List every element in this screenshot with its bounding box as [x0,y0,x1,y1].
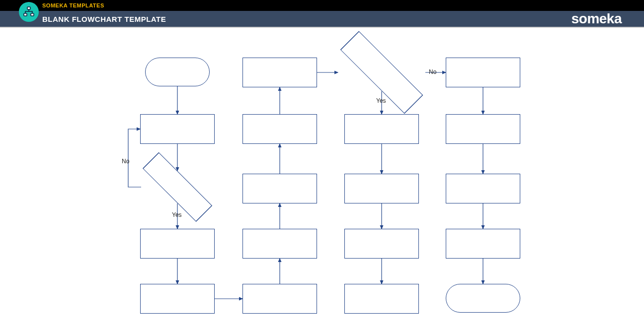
node-process-B3[interactable] [242,174,317,203]
edge-label-no-top: No [429,68,436,75]
node-process-B2[interactable] [242,114,317,144]
page-title: BLANK FLOWCHART TEMPLATE [42,15,166,23]
edge-label-yes-top: Yes [376,97,386,104]
node-process-C3[interactable] [344,174,419,203]
edge-label-no-left: No [122,158,129,165]
flowchart-canvas: No Yes No Yes [0,28,644,330]
connectors [0,28,644,330]
node-process-A2[interactable] [140,114,215,144]
node-terminator-D5[interactable] [446,284,520,313]
brand-logo [19,2,39,22]
node-process-D1[interactable] [446,58,520,87]
node-process-A5[interactable] [140,284,215,314]
node-process-C5[interactable] [344,284,419,314]
node-process-A4[interactable] [140,229,215,259]
node-process-D2[interactable] [446,114,520,144]
title-bar: BLANK FLOWCHART TEMPLATE someka [0,11,644,28]
node-terminator-A1[interactable] [145,58,210,86]
node-process-C4[interactable] [344,229,419,259]
node-process-C2[interactable] [344,114,419,144]
svg-rect-2 [31,13,34,16]
node-process-B5[interactable] [242,284,317,314]
node-decision-A3[interactable] [140,171,215,203]
category-bar: SOMEKA TEMPLATES [0,0,644,11]
node-decision-C1[interactable] [337,54,426,91]
node-process-B1[interactable] [242,58,317,87]
node-process-B4[interactable] [242,229,317,259]
node-process-D3[interactable] [446,174,520,203]
node-process-D4[interactable] [446,229,520,259]
category-label: SOMEKA TEMPLATES [42,2,104,8]
brand-wordmark: someka [571,11,622,27]
edge-label-yes-left: Yes [172,211,182,218]
svg-rect-1 [24,13,27,16]
svg-rect-0 [27,7,30,9]
